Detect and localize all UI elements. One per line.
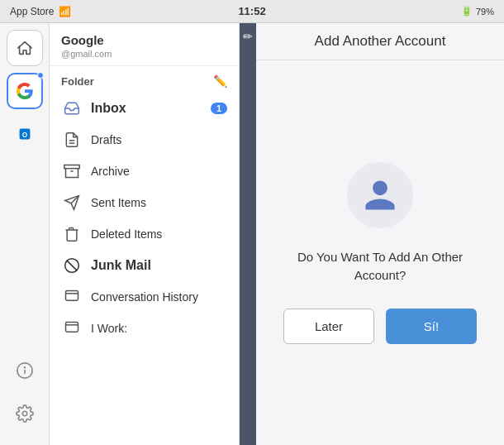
battery-level: 79% (476, 7, 494, 17)
folder-sidebar: Google @gmail.com Folder ✏️ Inbox 1 (50, 23, 240, 445)
account-name: Google (61, 33, 227, 47)
add-account-question: Do You Want To Add An Other Account? (273, 248, 487, 285)
google-notification-dot (37, 72, 44, 79)
add-account-content: Do You Want To Add An Other Account? Lat… (256, 60, 504, 445)
iwork-icon (61, 320, 83, 337)
icon-sidebar: O (0, 23, 50, 445)
folder-item-archive[interactable]: Archive (50, 156, 239, 187)
right-panel-header: Add Another Account (256, 23, 504, 60)
sent-icon (61, 194, 83, 211)
si-button[interactable]: Sí! (386, 309, 477, 344)
app-store-label: App Store (10, 6, 54, 17)
avatar-circle (347, 162, 413, 228)
account-header: Google @gmail.com (50, 23, 239, 66)
svg-text:O: O (21, 132, 27, 139)
drafts-label: Drafts (91, 133, 227, 146)
later-button[interactable]: Later (283, 309, 374, 344)
icon-sidebar-bottom (7, 352, 43, 438)
sent-label: Sent Items (91, 196, 227, 209)
deleted-label: Deleted Items (91, 227, 227, 241)
folder-item-drafts[interactable]: Drafts (50, 124, 239, 156)
add-account-title: Add Another Account (315, 33, 446, 49)
add-account-buttons: Later Sí! (273, 309, 487, 344)
compose-area: ✏ (240, 23, 256, 445)
folder-section-label: Folder (61, 75, 94, 88)
folder-section-header: Folder ✏️ (50, 66, 239, 93)
folder-item-iwork[interactable]: I Work: (50, 313, 239, 344)
wifi-icon: 📶 (59, 6, 71, 17)
inbox-icon (61, 100, 83, 117)
main-layout: O Google @gmail.com (0, 23, 504, 445)
iwork-label: I Work: (91, 322, 227, 335)
folder-item-inbox[interactable]: Inbox 1 (50, 93, 239, 124)
folder-item-sent[interactable]: Sent Items (50, 187, 239, 218)
conversation-icon (61, 289, 83, 305)
archive-label: Archive (91, 165, 227, 178)
right-panel: Add Another Account Do You Want To Add A… (256, 23, 504, 445)
status-right: 🔋 79% (461, 6, 494, 17)
sidebar-item-info[interactable] (7, 352, 43, 389)
inbox-label: Inbox (91, 101, 211, 116)
sidebar-item-settings[interactable] (7, 395, 43, 432)
status-bar: App Store 📶 11:52 🔋 79% (0, 0, 504, 23)
drafts-icon (61, 132, 83, 148)
folder-item-conversation[interactable]: Conversation History (50, 281, 239, 313)
archive-icon (61, 163, 83, 179)
svg-point-5 (22, 411, 27, 416)
account-email: @gmail.com (61, 49, 227, 59)
compose-button[interactable]: ✏ (243, 30, 253, 43)
battery-icon: 🔋 (461, 6, 473, 17)
status-left: App Store 📶 (10, 6, 71, 17)
conversation-label: Conversation History (91, 290, 227, 304)
folder-item-deleted[interactable]: Deleted Items (50, 218, 239, 250)
svg-rect-14 (66, 291, 78, 301)
svg-point-4 (24, 367, 25, 368)
folder-list: Inbox 1 Drafts (50, 93, 239, 445)
folder-item-junk[interactable]: Junk Mail (50, 250, 239, 281)
svg-line-13 (67, 261, 77, 270)
svg-rect-8 (64, 165, 79, 169)
sidebar-item-home[interactable] (7, 30, 43, 66)
deleted-icon (61, 226, 83, 242)
junk-label: Junk Mail (91, 258, 227, 273)
sidebar-item-google[interactable] (7, 73, 43, 109)
sidebar-item-outlook[interactable]: O (7, 116, 43, 152)
inbox-badge: 1 (211, 103, 227, 114)
time-display: 11:52 (238, 5, 265, 17)
junk-icon (61, 257, 83, 274)
edit-icon[interactable]: ✏️ (213, 74, 227, 88)
svg-rect-16 (66, 323, 78, 333)
